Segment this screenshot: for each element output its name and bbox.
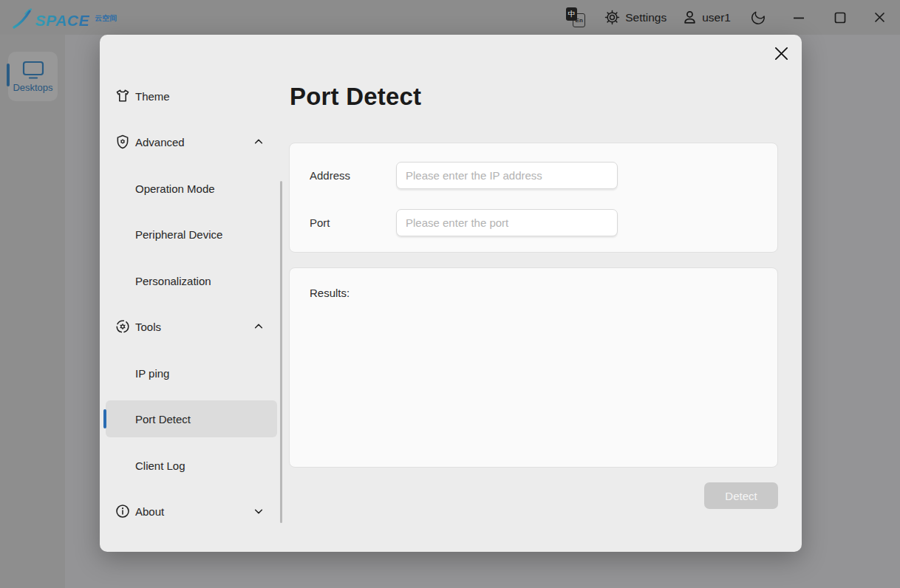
results-label: Results: bbox=[310, 287, 350, 299]
minimize-button[interactable] bbox=[793, 12, 805, 24]
titlebar: SPACE 云空间 En 中 Settings bbox=[0, 0, 900, 35]
shield-icon bbox=[115, 134, 130, 149]
nav-item-about[interactable]: About bbox=[106, 493, 277, 530]
settings-modal: Theme Advanced Operation Mode Peripheral… bbox=[100, 35, 802, 552]
username: user1 bbox=[702, 11, 731, 24]
chevron-up-icon bbox=[253, 321, 264, 332]
nav-scrollbar[interactable] bbox=[280, 181, 282, 523]
titlebar-controls: En 中 Settings user1 bbox=[566, 7, 885, 27]
settings-label: Settings bbox=[625, 11, 667, 24]
nav-item-personalization[interactable]: Personalization bbox=[106, 262, 277, 299]
logo-swoosh-icon bbox=[12, 7, 34, 30]
nav-label: About bbox=[135, 505, 164, 518]
nav-label: Advanced bbox=[135, 136, 185, 148]
app-sidebar: Desktops bbox=[0, 35, 65, 588]
user-icon bbox=[683, 10, 697, 24]
sidebar-selection-indicator bbox=[7, 64, 10, 86]
close-icon bbox=[774, 46, 789, 61]
address-label: Address bbox=[310, 162, 350, 189]
nav-label: Operation Mode bbox=[135, 182, 215, 195]
desktops-label: Desktops bbox=[13, 82, 52, 93]
logo-text: SPACE bbox=[35, 13, 89, 28]
nav-selection-indicator bbox=[103, 409, 106, 428]
app-logo: SPACE 云空间 bbox=[12, 7, 117, 28]
nav-item-advanced[interactable]: Advanced bbox=[106, 123, 277, 160]
gear-icon bbox=[604, 10, 620, 25]
port-row: Port bbox=[290, 209, 777, 236]
input-method-icon[interactable]: En 中 bbox=[566, 7, 585, 27]
settings-button[interactable]: Settings bbox=[604, 10, 667, 25]
address-row: Address bbox=[290, 162, 777, 189]
close-modal-button[interactable] bbox=[772, 44, 790, 62]
nav-item-port-detect[interactable]: Port Detect bbox=[106, 400, 277, 437]
maximize-button[interactable] bbox=[834, 12, 846, 24]
detect-button[interactable]: Detect bbox=[704, 482, 778, 509]
nav-label: Tools bbox=[135, 321, 161, 333]
nav-label: IP ping bbox=[135, 367, 169, 380]
nav-label: Port Detect bbox=[135, 413, 191, 425]
info-icon bbox=[115, 504, 130, 519]
tshirt-icon bbox=[115, 89, 130, 103]
page-title: Port Detect bbox=[290, 83, 421, 111]
nav-label: Personalization bbox=[135, 275, 211, 287]
logo-suffix: 云空间 bbox=[95, 15, 117, 22]
sidebar-item-desktops[interactable]: Desktops bbox=[8, 52, 58, 101]
results-card: Results: bbox=[289, 267, 778, 468]
nav-label: Client Log bbox=[135, 459, 185, 472]
port-label: Port bbox=[310, 209, 330, 236]
monitor-icon bbox=[21, 60, 45, 80]
nav-item-theme[interactable]: Theme bbox=[106, 78, 277, 114]
nav-item-tools[interactable]: Tools bbox=[106, 308, 277, 345]
nav-item-client-log[interactable]: Client Log bbox=[106, 447, 277, 484]
nav-label: Theme bbox=[135, 90, 170, 103]
close-window-button[interactable] bbox=[874, 12, 885, 23]
port-input[interactable] bbox=[396, 209, 618, 236]
port-detect-form-card: Address Port bbox=[289, 143, 778, 253]
nav-label: Peripheral Device bbox=[135, 228, 222, 241]
nav-item-peripheral-device[interactable]: Peripheral Device bbox=[106, 216, 277, 253]
address-input[interactable] bbox=[396, 162, 618, 189]
chevron-down-icon bbox=[253, 506, 264, 516]
dark-mode-toggle[interactable] bbox=[750, 10, 766, 26]
chevron-up-icon bbox=[253, 137, 264, 147]
user-menu[interactable]: user1 bbox=[683, 10, 731, 24]
nav-item-operation-mode[interactable]: Operation Mode bbox=[106, 170, 277, 207]
nav-item-ip-ping[interactable]: IP ping bbox=[106, 355, 277, 392]
tools-icon bbox=[115, 319, 130, 334]
app-window: { "titlebar": { "logo_text": "SPACE", "l… bbox=[0, 0, 900, 588]
lang-zh-badge: 中 bbox=[566, 7, 577, 21]
